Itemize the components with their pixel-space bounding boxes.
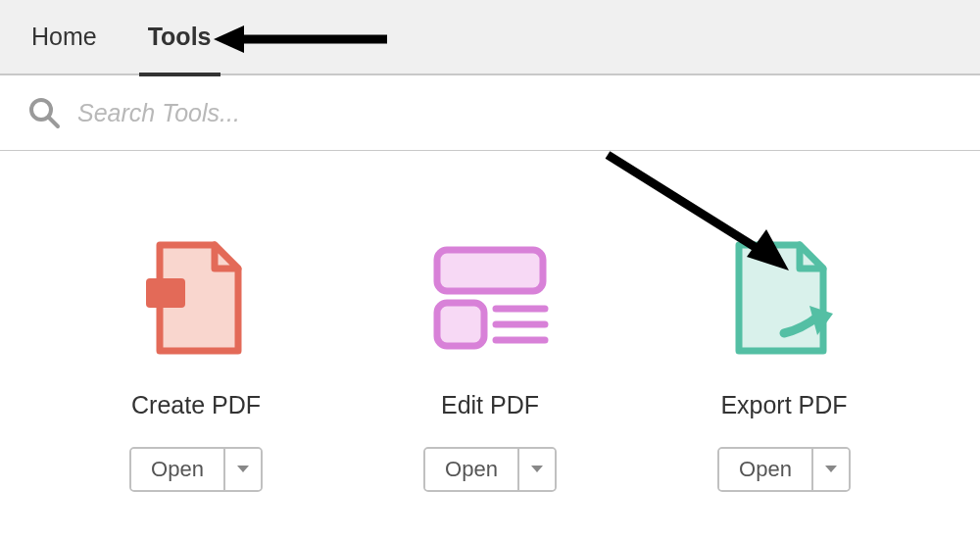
search-input[interactable] [77,99,665,127]
svg-rect-2 [146,278,185,308]
open-split-button[interactable]: Open [129,447,263,492]
open-button[interactable]: Open [425,449,519,490]
dropdown-caret[interactable] [813,449,849,490]
tool-label: Export PDF [720,391,847,419]
svg-rect-4 [437,303,484,346]
tab-home[interactable]: Home [17,0,112,74]
dropdown-caret[interactable] [519,449,555,490]
open-split-button[interactable]: Open [717,447,851,492]
search-bar [0,75,980,151]
dropdown-caret[interactable] [225,449,261,490]
tab-tools[interactable]: Tools [133,0,226,74]
svg-line-1 [49,118,58,126]
tool-label: Create PDF [131,391,261,419]
tool-label: Edit PDF [441,391,539,419]
tool-export-pdf[interactable]: Export PDF Open [657,234,911,492]
search-icon [24,93,64,132]
open-split-button[interactable]: Open [423,447,557,492]
edit-pdf-icon [426,234,554,362]
tabs-bar: Home Tools [0,0,980,75]
tool-create-pdf[interactable]: Create PDF Open [69,234,323,492]
tool-edit-pdf[interactable]: Edit PDF Open [363,234,617,492]
open-button[interactable]: Open [719,449,813,490]
tools-grid: Create PDF Open Edit PDF Open [0,151,980,492]
svg-rect-3 [437,250,543,291]
create-pdf-icon [132,234,260,362]
open-button[interactable]: Open [131,449,225,490]
export-pdf-icon [720,234,848,362]
